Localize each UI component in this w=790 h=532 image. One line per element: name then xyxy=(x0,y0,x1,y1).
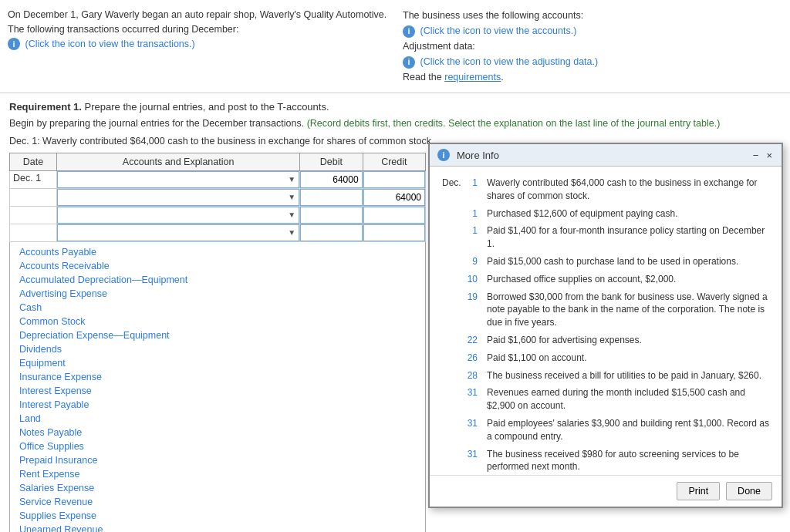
account-dropdown[interactable]: ▼ xyxy=(57,171,299,188)
date-cell-2 xyxy=(10,188,57,206)
debit-input-cell xyxy=(300,170,363,188)
dropdown-item-insurance-expense[interactable]: Insurance Expense xyxy=(10,370,425,384)
entry-month xyxy=(439,222,464,253)
debit-4[interactable] xyxy=(300,224,362,241)
debit-input-1[interactable] xyxy=(300,171,362,188)
entry-month: Dec. xyxy=(439,174,464,205)
dropdown-item-service-revenue[interactable]: Service Revenue xyxy=(10,495,425,509)
entry-month xyxy=(439,253,464,271)
click-accounts-link[interactable]: (Click the icon to view the accounts.) xyxy=(420,25,576,36)
dropdown-item-interest-expense[interactable]: Interest Expense xyxy=(10,384,425,398)
account-select-cell: ▼ xyxy=(57,170,300,188)
credit-input-1[interactable] xyxy=(363,171,425,188)
modal-entry-row: Dec. 1 Waverly contributed $64,000 cash … xyxy=(439,174,772,205)
entry-desc: The business received $980 for auto scre… xyxy=(484,446,772,475)
click-adjusting-link[interactable]: (Click the icon to view the adjusting da… xyxy=(420,56,598,67)
account-dropdown-3[interactable]: ▼ xyxy=(57,207,299,224)
dropdown-arrow-4: ▼ xyxy=(288,228,295,237)
dropdown-arrow-icon: ▼ xyxy=(288,175,295,184)
entry-num: 1 xyxy=(464,205,484,223)
dropdown-item-equipment[interactable]: Equipment xyxy=(10,356,425,370)
done-button[interactable]: Done xyxy=(726,482,772,500)
dropdown-item-cash[interactable]: Cash xyxy=(10,301,425,315)
journal-row-4: ▼ xyxy=(10,224,426,241)
dropdown-item-prepaid-insurance[interactable]: Prepaid Insurance xyxy=(10,453,425,467)
dropdown-item-common-stock[interactable]: Common Stock xyxy=(10,315,425,328)
dropdown-item-notes-payable[interactable]: Notes Payable xyxy=(10,426,425,439)
modal-entry-row: 31 The business received $980 for auto s… xyxy=(439,446,772,475)
top-right-panel: The business uses the following accounts… xyxy=(403,8,782,85)
debit-3[interactable] xyxy=(300,207,362,224)
dropdown-item-land[interactable]: Land xyxy=(10,412,425,426)
journal-container: Date Accounts and Explanation Debit Cred… xyxy=(9,153,426,533)
account-dropdown-4[interactable]: ▼ xyxy=(57,224,299,241)
date-cell: Dec. 1 xyxy=(10,170,57,188)
dropdown-item-salaries-expense[interactable]: Salaries Expense xyxy=(10,481,425,495)
dropdown-item-accounts-receivable[interactable]: Accounts Receivable xyxy=(10,259,425,273)
journal-row-1: Dec. 1 ▼ xyxy=(10,170,426,188)
entry-month xyxy=(439,446,464,475)
credit-input-2[interactable] xyxy=(363,189,425,206)
credit-input-cell-1 xyxy=(363,170,425,188)
dropdown-item-rent-expense[interactable]: Rent Expense xyxy=(10,467,425,481)
credit-3[interactable] xyxy=(363,207,425,224)
account-dropdown-row: ▼ xyxy=(57,171,299,188)
dropdown-item-depr-expense[interactable]: Depreciation Expense—Equipment xyxy=(10,328,425,342)
modal-entry-row: 9 Paid $15,000 cash to purchase land to … xyxy=(439,253,772,271)
entry-num: 1 xyxy=(464,222,484,253)
dropdown-item-supplies-expense[interactable]: Supplies Expense xyxy=(10,509,425,523)
journal-row-3: ▼ xyxy=(10,206,426,224)
credit-input-cell-2 xyxy=(363,188,425,206)
minimize-button[interactable]: − xyxy=(751,150,761,161)
date-cell-4 xyxy=(10,224,57,241)
entry-desc: Paid $1,100 on account. xyxy=(484,349,772,367)
requirements-link[interactable]: requirements xyxy=(444,72,501,82)
entry-num: 10 xyxy=(464,271,484,288)
entry-desc: Paid employees' salaries $3,900 and buil… xyxy=(484,415,772,446)
dropdown-item-unearned-revenue[interactable]: Unearned Revenue xyxy=(10,523,425,533)
dropdown-item-interest-payable[interactable]: Interest Payable xyxy=(10,398,425,412)
entry-num: 19 xyxy=(464,288,484,332)
click-transactions-link[interactable]: (Click the icon to view the transactions… xyxy=(25,39,194,49)
adjustment-label: Adjustment data: xyxy=(403,41,475,52)
close-button[interactable]: × xyxy=(765,150,774,161)
account-dropdown-2[interactable]: ▼ xyxy=(57,189,299,206)
print-button[interactable]: Print xyxy=(677,482,720,500)
modal-entry-row: 19 Borrowed $30,000 from the bank for bu… xyxy=(439,288,772,332)
entry-month xyxy=(439,271,464,288)
account-select-cell-2: ▼ xyxy=(57,188,300,206)
dropdown-item-advertising[interactable]: Advertising Expense xyxy=(10,287,425,301)
read-text: Read the xyxy=(403,72,442,82)
modal-footer: Print Done xyxy=(430,475,782,507)
modal-entries-table: Dec. 1 Waverly contributed $64,000 cash … xyxy=(439,174,772,475)
accounts-info-icon[interactable]: i xyxy=(403,25,415,38)
entry-desc: Paid $1,400 for a four-month insurance p… xyxy=(484,222,772,253)
dropdown-item-accum-depr[interactable]: Accumulated Depreciation—Equipment xyxy=(10,273,425,287)
account-select-cell-4: ▼ xyxy=(57,224,300,241)
modal-title-text: More Info xyxy=(457,150,499,161)
entry-desc: Paid $15,000 cash to purchase land to be… xyxy=(484,253,772,271)
modal-body: Dec. 1 Waverly contributed $64,000 cash … xyxy=(430,167,782,475)
entry-month xyxy=(439,205,464,223)
modal-title-area: i More Info xyxy=(437,149,499,161)
left-intro-text: On December 1, Gary Waverly began an aut… xyxy=(8,9,387,35)
transactions-info-icon[interactable]: i xyxy=(8,38,20,50)
main-content: Requirement 1. Prepare the journal entri… xyxy=(0,93,790,532)
modal-entry-row: 22 Paid $1,600 for advertising expenses. xyxy=(439,332,772,349)
entry-desc: Revenues earned during the month include… xyxy=(484,384,772,415)
right-title-text: The business uses the following accounts… xyxy=(403,10,583,21)
adjusting-info-icon[interactable]: i xyxy=(403,56,415,69)
modal-entry-row: 31 Paid employees' salaries $3,900 and b… xyxy=(439,415,772,446)
dropdown-item-dividends[interactable]: Dividends xyxy=(10,342,425,356)
dropdown-item-office-supplies[interactable]: Office Supplies xyxy=(10,439,425,453)
entry-desc: Paid $1,600 for advertising expenses. xyxy=(484,332,772,349)
entry-desc: Purchased $12,600 of equipment paying ca… xyxy=(484,205,772,223)
dropdown-item-accounts-payable[interactable]: Accounts Payable xyxy=(10,245,425,259)
debit-input-2[interactable] xyxy=(300,189,362,206)
modal-entry-row: 31 Revenues earned during the month incl… xyxy=(439,384,772,415)
modal-entry-row: 28 The business received a bill for util… xyxy=(439,367,772,385)
debit-input-cell-2 xyxy=(300,188,363,206)
entry-num: 1 xyxy=(464,174,484,205)
accounts-header: Accounts and Explanation xyxy=(57,153,300,170)
credit-4[interactable] xyxy=(363,224,425,241)
